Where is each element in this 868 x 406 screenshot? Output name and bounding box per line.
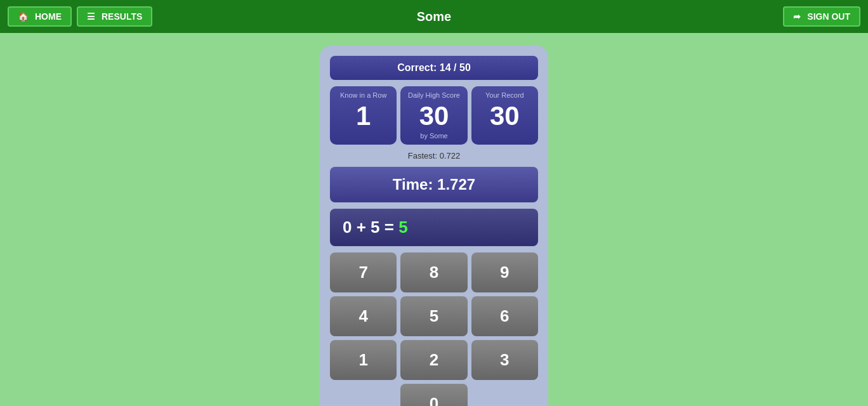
num-button-6[interactable]: 6 [471, 296, 538, 336]
daily-high-score-box: Daily High Score 30 by Some [400, 86, 467, 145]
numpad-row-4: 0 [330, 384, 538, 406]
sign-out-label: SIGN OUT [807, 11, 850, 22]
correct-bar: Correct: 14 / 50 [330, 56, 538, 80]
num-button-4[interactable]: 4 [330, 296, 397, 336]
results-icon [87, 11, 98, 22]
home-button[interactable]: HOME [8, 6, 72, 27]
answer-text: 5 [398, 218, 407, 237]
nav-left: HOME RESULTS [8, 6, 152, 27]
num-button-2[interactable]: 2 [400, 340, 467, 380]
know-in-a-row-value: 1 [334, 102, 393, 131]
numpad: 7 8 9 4 5 6 1 2 3 0 [330, 252, 538, 406]
your-record-box: Your Record 30 [471, 86, 538, 145]
daily-high-score-sub: by Some [404, 132, 463, 140]
numpad-row-1: 7 8 9 [330, 252, 538, 292]
numpad-row-2: 4 5 6 [330, 296, 538, 336]
num-button-3[interactable]: 3 [471, 340, 538, 380]
time-bar: Time: 1.727 [330, 167, 538, 202]
equation-text: 0 + 5 = [343, 218, 398, 237]
equation-bar: 0 + 5 = 5 [330, 209, 538, 246]
page-title: Some [417, 10, 451, 24]
daily-high-score-label: Daily High Score [404, 91, 463, 99]
fastest-text: Fastest: 0.722 [330, 151, 538, 160]
sign-out-button[interactable]: SIGN OUT [783, 6, 860, 27]
know-in-a-row-box: Know in a Row 1 [330, 86, 397, 145]
your-record-value: 30 [475, 102, 534, 131]
stats-row: Know in a Row 1 Daily High Score 30 by S… [330, 86, 538, 145]
num-button-7[interactable]: 7 [330, 252, 397, 292]
num-button-5[interactable]: 5 [400, 296, 467, 336]
results-button[interactable]: RESULTS [77, 6, 152, 27]
correct-text: Correct: 14 / 50 [397, 62, 471, 73]
game-card: Correct: 14 / 50 Know in a Row 1 Daily H… [320, 46, 548, 406]
signout-icon [793, 11, 803, 22]
main-content: Correct: 14 / 50 Know in a Row 1 Daily H… [0, 33, 868, 406]
num-button-0[interactable]: 0 [400, 384, 468, 406]
num-button-1[interactable]: 1 [330, 340, 397, 380]
numpad-row-3: 1 2 3 [330, 340, 538, 380]
num-button-9[interactable]: 9 [471, 252, 538, 292]
home-icon [18, 11, 31, 22]
daily-high-score-value: 30 [404, 102, 463, 131]
nav-right: SIGN OUT [783, 6, 860, 27]
num-button-8[interactable]: 8 [400, 252, 467, 292]
your-record-label: Your Record [475, 91, 534, 99]
know-in-a-row-label: Know in a Row [334, 91, 393, 99]
navbar: HOME RESULTS Some SIGN OUT [0, 0, 868, 33]
home-label: HOME [35, 11, 62, 22]
results-label: RESULTS [102, 11, 142, 22]
